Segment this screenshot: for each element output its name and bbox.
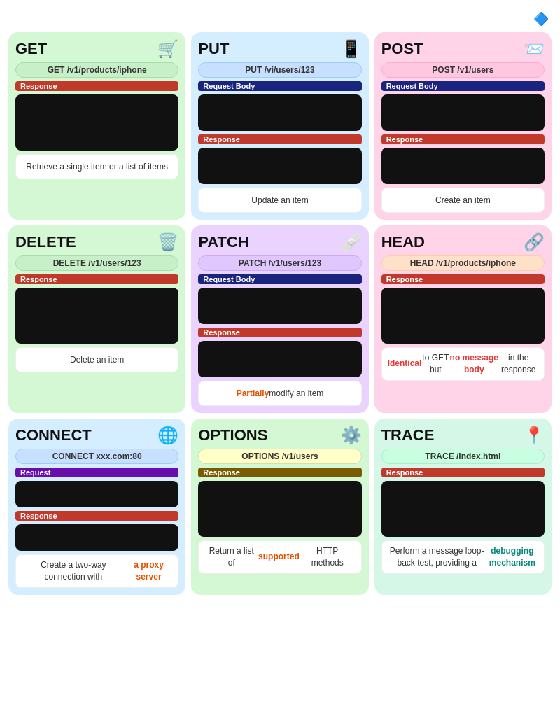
card-delete-url: DELETE /v1/users/123 xyxy=(15,255,178,271)
card-patch-icon: 🩹 xyxy=(341,232,362,252)
black-box xyxy=(198,341,361,377)
card-post: POST📨POST /v1/usersRequest BodyResponseC… xyxy=(374,32,552,220)
request-body-badge: Request Body xyxy=(198,274,361,284)
card-patch-section-request_body: Request Body xyxy=(198,274,361,324)
card-head-section-response: Response xyxy=(382,274,545,344)
card-put-icon: 📱 xyxy=(341,39,362,59)
black-box xyxy=(198,94,361,131)
black-box xyxy=(198,288,361,324)
response-badge: Response xyxy=(382,134,545,144)
card-head-icon: 🔗 xyxy=(524,232,545,252)
card-put-url: PUT /vi/users/123 xyxy=(198,62,361,78)
card-description: Update an item xyxy=(198,188,361,213)
card-description: Return a list of supported HTTP methods xyxy=(198,540,361,574)
card-description: Perform a message loop-back test, provid… xyxy=(382,540,545,574)
card-description: Create an item xyxy=(382,188,545,213)
card-trace-icon: 📍 xyxy=(524,426,545,445)
card-get: GET🛒GET /v1/products/iphoneResponseRetri… xyxy=(8,32,186,220)
card-connect-section-response: Response xyxy=(15,511,178,551)
card-put-title: PUT xyxy=(198,40,229,58)
card-options-section-response_options: Response xyxy=(198,468,361,537)
card-post-section-request_body: Request Body xyxy=(382,81,545,131)
card-delete-section-response: Response xyxy=(15,274,178,344)
card-head-header: HEAD🔗 xyxy=(382,232,545,252)
black-box xyxy=(382,94,545,131)
black-box xyxy=(382,148,545,184)
black-box xyxy=(15,481,178,507)
black-box xyxy=(15,524,178,551)
card-trace-header: TRACE📍 xyxy=(382,426,545,445)
page: 🔷 GET🛒GET /v1/products/iphoneResponseRet… xyxy=(0,0,560,602)
card-get-title: GET xyxy=(15,40,47,58)
black-box xyxy=(198,481,361,537)
card-get-icon: 🛒 xyxy=(158,39,178,59)
card-put-header: PUT📱 xyxy=(198,39,361,59)
card-post-header: POST📨 xyxy=(382,39,545,59)
card-delete-title: DELETE xyxy=(15,233,76,251)
card-delete-header: DELETE🗑️ xyxy=(15,232,178,252)
card-options-url: OPTIONS /v1/users xyxy=(198,449,361,464)
card-get-section-response: Response xyxy=(15,81,178,150)
card-connect-header: CONNECT🌐 xyxy=(15,426,178,445)
black-box xyxy=(15,288,178,344)
response-badge: Response xyxy=(382,468,545,477)
card-description: Identical to GET but no message body in … xyxy=(382,347,545,381)
black-box xyxy=(382,481,545,537)
card-description: Partially modify an item xyxy=(198,381,361,406)
request-badge: Request xyxy=(15,468,178,477)
card-patch-url: PATCH /v1/users/123 xyxy=(198,255,361,271)
response-badge: Response xyxy=(15,81,178,91)
card-trace: TRACE📍TRACE /index.htmlResponsePerform a… xyxy=(374,419,552,595)
card-connect-icon: 🌐 xyxy=(158,426,178,445)
response-badge: Response xyxy=(198,328,361,337)
response-badge: Response xyxy=(198,468,361,477)
card-get-header: GET🛒 xyxy=(15,39,178,59)
card-put-section-request_body: Request Body xyxy=(198,81,361,131)
card-description: Create a two-way connection with a proxy… xyxy=(15,554,178,588)
card-connect-url: CONNECT xxx.com:80 xyxy=(15,449,178,464)
card-connect-section-request: Request xyxy=(15,468,178,507)
card-patch-section-response: Response xyxy=(198,328,361,377)
black-box xyxy=(15,94,178,150)
card-head: HEAD🔗HEAD /v1/products/iphoneResponseIde… xyxy=(374,225,552,413)
response-badge: Response xyxy=(15,274,178,284)
card-options-title: OPTIONS xyxy=(198,426,267,444)
response-badge: Response xyxy=(198,134,361,144)
card-patch-title: PATCH xyxy=(198,233,249,251)
card-connect: CONNECT🌐CONNECT xxx.com:80RequestRespons… xyxy=(8,419,186,595)
card-options: OPTIONS⚙️OPTIONS /v1/usersResponseReturn… xyxy=(191,419,368,595)
card-trace-url: TRACE /index.html xyxy=(382,449,545,464)
card-connect-title: CONNECT xyxy=(15,426,92,444)
card-patch: PATCH🩹PATCH /v1/users/123Request BodyRes… xyxy=(191,225,368,413)
card-delete: DELETE🗑️DELETE /v1/users/123ResponseDele… xyxy=(8,225,186,413)
card-trace-title: TRACE xyxy=(382,426,435,444)
card-patch-header: PATCH🩹 xyxy=(198,232,361,252)
card-post-title: POST xyxy=(382,40,424,58)
card-options-header: OPTIONS⚙️ xyxy=(198,426,361,445)
card-description: Retrieve a single item or a list of item… xyxy=(15,154,178,179)
card-delete-icon: 🗑️ xyxy=(158,232,178,252)
card-post-section-response: Response xyxy=(382,134,545,184)
response-badge: Response xyxy=(382,274,545,284)
card-post-icon: 📨 xyxy=(524,39,545,59)
card-description: Delete an item xyxy=(15,347,178,372)
card-post-url: POST /v1/users xyxy=(382,62,545,78)
card-trace-section-response: Response xyxy=(382,468,545,537)
brand: 🔷 xyxy=(533,11,552,27)
card-options-icon: ⚙️ xyxy=(341,426,362,445)
black-box xyxy=(382,288,545,344)
request-body-badge: Request Body xyxy=(382,81,545,91)
card-get-url: GET /v1/products/iphone xyxy=(15,62,178,78)
card-put-section-response: Response xyxy=(198,134,361,184)
header: 🔷 xyxy=(8,7,552,27)
cards-grid: GET🛒GET /v1/products/iphoneResponseRetri… xyxy=(8,32,552,595)
response-badge: Response xyxy=(15,511,178,521)
black-box xyxy=(198,148,361,184)
card-head-url: HEAD /v1/products/iphone xyxy=(382,255,545,271)
card-put: PUT📱PUT /vi/users/123Request BodyRespons… xyxy=(191,32,368,220)
card-head-title: HEAD xyxy=(382,233,425,251)
request-body-badge: Request Body xyxy=(198,81,361,91)
brand-icon: 🔷 xyxy=(533,11,549,27)
